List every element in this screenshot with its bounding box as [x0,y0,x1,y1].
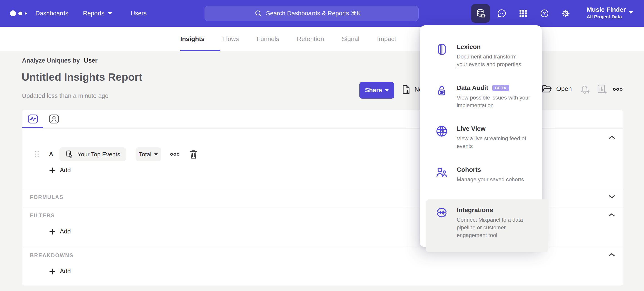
beta-badge: BETA [492,85,509,91]
chevron-up-icon [608,253,616,257]
tab-impact[interactable]: Impact [377,35,396,43]
more-options-button[interactable] [613,87,623,92]
project-name: Music Finder [587,6,626,13]
nav-reports[interactable]: Reports [83,0,112,27]
plus-icon [49,228,56,235]
menu-item-lexicon[interactable]: Lexicon Document and transform your even… [426,39,548,72]
mixpanel-logo[interactable] [10,0,27,27]
plus-icon [49,268,56,275]
tab-funnels[interactable]: Funnels [256,35,279,43]
tab-signal[interactable]: Signal [342,35,360,43]
collapse-events-button[interactable] [608,135,616,141]
ellipsis-icon [170,152,180,157]
add-to-board-button[interactable] [596,83,608,96]
data-management-menu: Lexicon Document and transform your even… [420,25,542,247]
breakdowns-section-label: BREAKDOWNS [30,253,74,259]
menu-item-title: Data Audit BETA [457,84,530,92]
menu-item-description: Manage your saved cohorts [457,176,524,183]
people-icon [436,166,448,179]
help-button[interactable]: ? [535,4,554,23]
bell-plus-icon [580,83,591,95]
data-management-button[interactable] [471,4,490,23]
top-navigation-bar: Dashboards Reports Users [0,0,644,27]
settings-button[interactable] [556,4,575,23]
search-input[interactable] [266,10,368,17]
svg-text:?: ? [543,11,546,16]
chevron-down-icon [629,11,633,14]
tab-events-view[interactable] [28,114,38,125]
nav-dashboards[interactable]: Dashboards [35,0,68,27]
menu-item-description: View a live streaming feed of events [457,135,526,150]
tab-flows[interactable]: Flows [222,35,239,43]
filters-section-label: FILTERS [30,213,55,219]
metric-selector[interactable]: Total [136,147,161,161]
book-icon [436,43,448,56]
document-plus-icon [401,84,411,95]
search-icon [255,10,262,17]
chevron-up-icon [608,135,616,140]
apps-grid-icon [518,8,529,19]
analyze-prefix: Analyze Uniques by [22,57,80,64]
analyze-value-dropdown[interactable]: User [84,57,98,64]
analyze-line: Analyze Uniques byUser [22,57,98,64]
chart-plus-icon [596,83,608,95]
menu-item-description: View possible issues with your implement… [457,94,530,109]
tab-insights[interactable]: Insights [180,35,204,43]
pulse-chart-icon [28,114,38,124]
trash-icon [189,149,198,159]
database-gear-icon [475,8,486,19]
menu-item-description: Document and transform your events and p… [457,53,521,68]
menu-item-title: Cohorts [457,166,524,174]
ellipsis-icon [613,87,623,92]
user-profile-icon [49,114,59,124]
chevron-down-icon [608,194,616,199]
lock-icon [436,84,448,97]
add-breakdown-button[interactable]: Add [49,268,71,275]
add-filter-button[interactable]: Add [49,228,71,235]
project-scope: All Project Data [587,13,626,20]
chevron-down-icon [385,89,389,92]
drag-dots-icon [34,150,40,159]
active-tab-underline [180,50,220,51]
collapse-breakdowns-button[interactable] [608,253,616,258]
help-icon: ? [539,8,550,19]
sync-icon [436,206,448,219]
updated-timestamp: Updated less than a minute ago [22,92,108,99]
menu-item-description: Connect Mixpanel to a data pipeline or c… [457,216,523,239]
feedback-bubble-icon [496,8,508,19]
menu-item-title: Integrations [457,206,523,214]
collapse-filters-button[interactable] [608,213,616,218]
row-more-options-button[interactable] [170,152,180,158]
delete-row-button[interactable] [189,149,198,160]
add-event-button[interactable]: Add [49,167,71,174]
menu-item-title: Live View [457,125,526,133]
chevron-down-icon [154,153,158,155]
plus-icon [49,167,56,174]
globe-icon [436,125,448,138]
formulas-section-label: FORMULAS [30,194,64,200]
drag-handle[interactable] [34,150,40,160]
menu-item-cohorts[interactable]: Cohorts Manage your saved cohorts [426,162,548,187]
event-selector[interactable]: Your Top Events [60,147,126,161]
apps-grid-button[interactable] [514,4,532,23]
project-switcher[interactable]: Music Finder All Project Data [587,6,626,20]
report-title[interactable]: Untitled Insights Report [22,71,142,83]
expand-formulas-button[interactable] [608,194,616,200]
tab-retention[interactable]: Retention [297,35,324,43]
menu-item-live-view[interactable]: Live View View a live streaming feed of … [426,121,548,154]
menu-item-title: Lexicon [457,43,521,51]
nav-users[interactable]: Users [130,0,147,27]
settings-gear-icon [560,8,572,19]
tab-profiles-view[interactable] [49,114,59,125]
menu-item-data-audit[interactable]: Data Audit BETA View possible issues wit… [426,80,548,113]
feedback-button[interactable] [492,4,511,23]
menu-item-integrations[interactable]: Integrations Connect Mixpanel to a data … [426,199,548,252]
event-cursor-icon [65,150,74,159]
share-button[interactable]: Share [360,82,394,99]
alert-button[interactable] [580,83,591,96]
chevron-down-icon [108,12,112,15]
chevron-up-icon [608,213,616,217]
global-search[interactable] [204,6,418,21]
series-letter: A [49,151,53,158]
